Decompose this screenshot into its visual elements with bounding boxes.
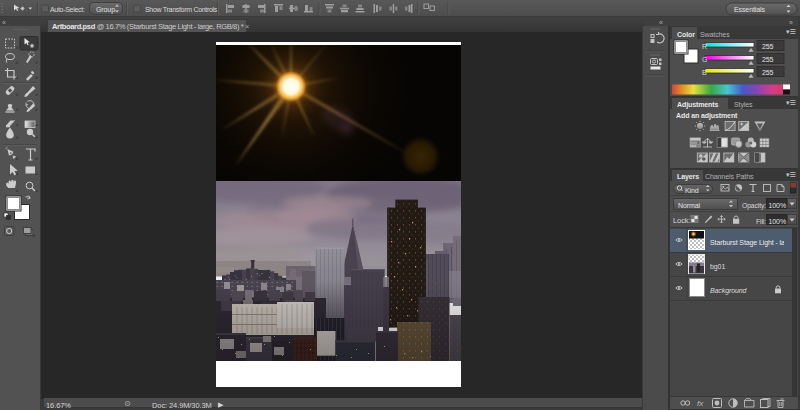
svg-text:fx: fx [697, 399, 704, 408]
